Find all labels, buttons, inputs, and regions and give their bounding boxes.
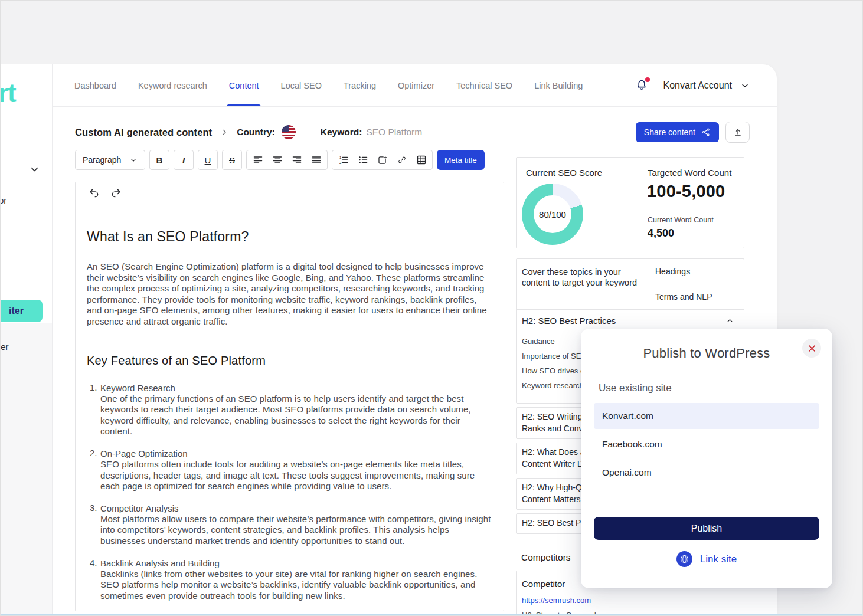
account-label: Konvart Account <box>663 80 732 91</box>
targeted-word-count-title: Targeted Word Count <box>648 168 731 178</box>
paragraph-style-select[interactable]: Paragraph <box>75 150 145 170</box>
tab-dashboard[interactable]: Dashboard <box>74 64 116 106</box>
breadcrumb: Custom AI generated content Country: Key… <box>75 122 750 143</box>
list-number: 4. <box>90 558 97 568</box>
list-item-body: One of the primary functions of an SEO p… <box>100 394 492 437</box>
breadcrumb-chevron-icon <box>220 128 228 136</box>
tab-link-building[interactable]: Link Building <box>534 64 583 106</box>
notifications-bell-icon[interactable] <box>635 78 650 93</box>
seo-score-value: 80/100 <box>522 184 583 245</box>
tab-tracking[interactable]: Tracking <box>344 64 376 106</box>
site-option[interactable]: Facebook.com <box>594 431 819 457</box>
table-button[interactable] <box>411 151 431 169</box>
sidebar-item-active[interactable]: iter <box>0 300 43 322</box>
keyword-label: Keyword: <box>321 127 362 137</box>
list-item: 4. Backlink Analysis and Building Backli… <box>87 558 492 602</box>
paragraph-style-value: Paragraph <box>83 155 121 165</box>
article-h1: What Is an SEO Platform? <box>87 229 492 245</box>
redo-button[interactable] <box>110 187 122 199</box>
current-word-count-value: 4,500 <box>648 227 674 240</box>
us-flag-icon[interactable] <box>282 125 296 139</box>
bullet-list-button[interactable] <box>353 151 372 169</box>
align-right-button[interactable] <box>287 151 306 169</box>
align-justify-icon <box>312 155 321 165</box>
tab-headings[interactable]: Headings <box>648 259 744 284</box>
meta-title-button[interactable]: Meta title <box>437 150 485 170</box>
share-content-label: Share content <box>644 127 695 137</box>
current-word-count-label: Current Word Count <box>648 216 714 224</box>
align-center-button[interactable] <box>267 151 287 169</box>
page-title: Custom AI generated content <box>75 127 212 138</box>
modal-subtitle: Use existing site <box>599 382 815 394</box>
sidebar-item[interactable]: or <box>0 195 6 205</box>
link-site-button[interactable]: Link site <box>581 551 832 567</box>
undo-icon <box>88 187 100 199</box>
editor-document[interactable]: What Is an SEO Platform? An SEO (Search … <box>76 204 504 601</box>
sidebar-chevron-down-icon[interactable] <box>29 163 40 177</box>
wordpress-icon <box>676 551 692 567</box>
underline-button[interactable]: U <box>198 150 218 170</box>
account-chevron-down-icon <box>740 81 750 90</box>
app-root: rt or iter ter Dashboard Keyword researc… <box>0 0 863 616</box>
modal-close-button[interactable] <box>802 339 821 358</box>
bold-button[interactable]: B <box>149 150 169 170</box>
chevron-up-icon <box>725 316 734 325</box>
nav-tabs: Dashboard Keyword research Content Local… <box>74 64 583 106</box>
topics-header: Cover these topics in your content to ta… <box>517 259 744 310</box>
insert-media-icon <box>377 155 387 165</box>
nav-right: Konvart Account <box>635 64 750 106</box>
tab-terms-nlp[interactable]: Terms and NLP <box>648 284 744 309</box>
ordered-list-button[interactable]: 12 <box>334 151 353 169</box>
list-item-body: SEO platforms often include tools for au… <box>100 459 492 492</box>
list-item: 1. Keyword Research One of the primary f… <box>87 382 492 437</box>
country-label: Country: <box>237 127 275 137</box>
svg-text:1: 1 <box>339 156 342 159</box>
tab-keyword-research[interactable]: Keyword research <box>138 64 207 106</box>
modal-title: Publish to WordPress <box>581 329 832 361</box>
site-option-selected[interactable]: Konvart.com <box>594 403 819 429</box>
ordered-list-icon: 12 <box>339 155 348 165</box>
tab-optimizer[interactable]: Optimizer <box>398 64 434 106</box>
list-number: 2. <box>90 448 97 458</box>
tab-local-seo[interactable]: Local SEO <box>281 64 322 106</box>
list-item: 3. Competitor Analysis Most platforms al… <box>87 503 492 547</box>
insert-group: 12 <box>332 150 433 170</box>
list-item-title: On-Page Optimization <box>100 448 492 459</box>
align-justify-button[interactable] <box>306 151 326 169</box>
tab-technical-seo[interactable]: Technical SEO <box>456 64 512 106</box>
insert-media-button[interactable] <box>372 151 392 169</box>
export-button[interactable] <box>725 122 750 143</box>
alignment-group <box>246 150 328 170</box>
list-item-body: Most platforms allow users to compare th… <box>100 514 492 547</box>
brand-logo[interactable]: rt <box>0 78 16 108</box>
topic-accordion-expanded[interactable]: H2: SEO Best Practices <box>517 310 744 331</box>
select-chevron-down-icon <box>129 156 138 164</box>
content-editor[interactable]: What Is an SEO Platform? An SEO (Search … <box>75 182 504 611</box>
italic-button[interactable]: I <box>174 150 194 170</box>
account-menu[interactable]: Konvart Account <box>663 80 750 91</box>
publish-button[interactable]: Publish <box>594 517 819 540</box>
seo-score-card: Current SEO Score 80/100 Targeted Word C… <box>516 157 744 248</box>
list-number: 1. <box>90 382 97 392</box>
sidebar-item-label: iter <box>9 306 24 316</box>
list-item-body: Backlinks (links from other websites to … <box>100 569 492 602</box>
align-left-icon <box>253 155 263 165</box>
link-button[interactable] <box>392 151 411 169</box>
share-content-button[interactable]: Share content <box>636 122 719 142</box>
align-left-button[interactable] <box>248 151 267 169</box>
strikethrough-button[interactable]: S <box>222 150 242 170</box>
publish-to-wordpress-modal: Publish to WordPress Use existing site K… <box>581 329 832 588</box>
list-item-title: Backlink Analysis and Building <box>100 558 492 569</box>
competitor-url-link[interactable]: https://semrush.com <box>522 596 738 605</box>
tab-content[interactable]: Content <box>229 64 259 106</box>
upload-icon <box>733 127 743 137</box>
article-intro: An SEO (Search Engine Optimization) plat… <box>87 261 492 327</box>
competitor-topic[interactable]: H2: Steps to Succeed <box>522 611 738 616</box>
site-option[interactable]: Openai.com <box>594 460 819 486</box>
editor-history-bar <box>76 182 504 204</box>
site-list: Konvart.com Facebook.com Openai.com <box>594 403 819 486</box>
targeted-word-count-value: 100-5,000 <box>647 182 725 201</box>
sidebar-item[interactable]: ter <box>0 342 9 352</box>
bullet-list-icon <box>358 155 368 165</box>
undo-button[interactable] <box>88 187 100 199</box>
